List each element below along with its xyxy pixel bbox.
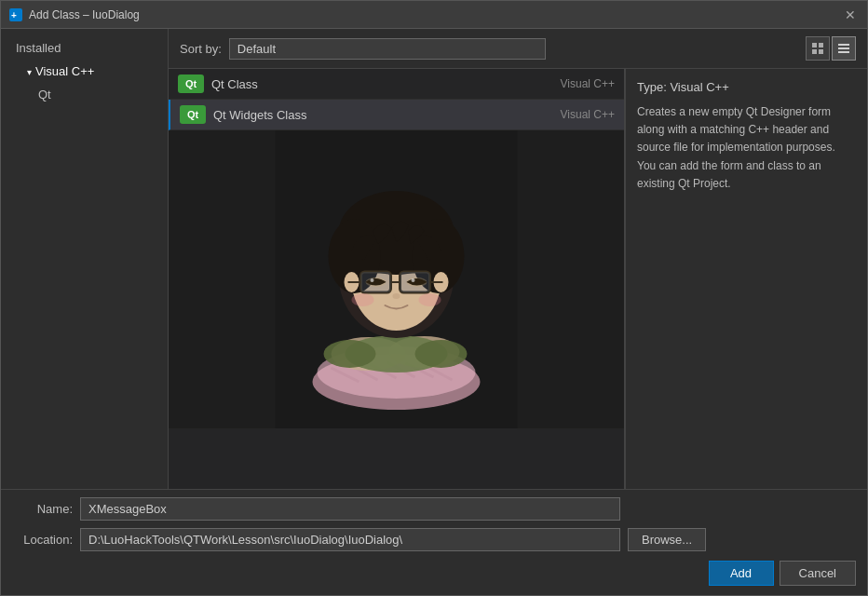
class-name: Qt Class <box>211 77 553 91</box>
svg-rect-3 <box>819 43 823 47</box>
svg-rect-7 <box>838 47 849 49</box>
location-field-row: Location: D:\LuoHackTools\QTWork\Lesson\… <box>12 528 856 551</box>
sidebar-item-installed[interactable]: Installed <box>1 36 168 60</box>
svg-rect-4 <box>812 49 817 54</box>
description-text: Creates a new empty Qt Designer form alo… <box>637 103 837 193</box>
class-lang: Visual C++ <box>561 77 615 90</box>
qt-badge-widgets: Qt <box>180 105 206 124</box>
bottom-bar: Name: Location: D:\LuoHackTools\QTWork\L… <box>1 489 867 595</box>
list-view-button[interactable] <box>832 36 856 61</box>
svg-rect-8 <box>838 51 849 53</box>
description-panel: Type: Visual C++ Creates a new empty Qt … <box>625 69 848 489</box>
svg-rect-6 <box>838 44 849 46</box>
location-label: Location: <box>12 533 73 547</box>
dialog-title: Add Class – IuoDialog <box>29 8 841 21</box>
svg-text:+: + <box>11 10 17 20</box>
type-prefix: Type: <box>637 80 667 94</box>
sidebar: Installed ▾Visual C++ Qt <box>1 29 169 489</box>
svg-point-39 <box>371 278 374 282</box>
sort-bar: Sort by: Default Name Category <box>169 29 867 69</box>
chevron-icon: ▾ <box>27 67 32 77</box>
svg-point-22 <box>415 340 468 368</box>
svg-point-43 <box>352 293 374 306</box>
class-name-widgets: Qt Widgets Class <box>213 108 553 122</box>
dialog-body: Installed ▾Visual C++ Qt Sort by: Defaul… <box>1 29 867 489</box>
preview-area <box>169 130 624 428</box>
sort-label: Sort by: <box>180 42 222 56</box>
name-input[interactable] <box>80 497 620 521</box>
main-area: Sort by: Default Name Category <box>169 29 867 489</box>
sidebar-item-qt[interactable]: Qt <box>1 83 168 106</box>
location-select[interactable]: D:\LuoHackTools\QTWork\Lesson\src\IuoDia… <box>80 528 620 551</box>
sidebar-item-visual-cpp[interactable]: ▾Visual C++ <box>1 60 168 83</box>
class-lang-widgets: Visual C++ <box>561 108 615 121</box>
svg-rect-2 <box>812 43 817 47</box>
name-label: Name: <box>12 502 73 516</box>
svg-point-21 <box>324 340 376 368</box>
grid-view-button[interactable] <box>806 36 830 61</box>
add-class-dialog: + Add Class – IuoDialog ✕ Installed ▾Vis… <box>0 0 868 596</box>
class-item-qt-class[interactable]: Qt Qt Class Visual C++ <box>169 69 624 100</box>
name-field-row: Name: <box>12 497 856 521</box>
svg-rect-5 <box>819 49 823 54</box>
close-button[interactable]: ✕ <box>841 6 860 24</box>
sort-select[interactable]: Default Name Category <box>229 38 546 60</box>
svg-point-42 <box>393 293 400 299</box>
svg-point-41 <box>412 278 415 282</box>
add-button[interactable]: Add <box>709 561 774 586</box>
preview-image <box>169 130 624 428</box>
cancel-button[interactable]: Cancel <box>780 561 856 586</box>
svg-point-44 <box>419 293 441 306</box>
dialog-buttons-row: Add Cancel <box>12 559 856 588</box>
qt-badge: Qt <box>178 74 204 93</box>
content-split: Qt Qt Class Visual C++ Qt Qt Widgets Cla… <box>169 69 867 489</box>
browse-button[interactable]: Browse... <box>628 528 706 551</box>
class-list: Qt Qt Class Visual C++ Qt Qt Widgets Cla… <box>169 69 625 489</box>
view-toggle <box>806 36 856 61</box>
class-item-qt-widgets-class[interactable]: Qt Qt Widgets Class Visual C++ <box>169 100 624 130</box>
title-bar: + Add Class – IuoDialog ✕ <box>1 1 867 29</box>
dialog-icon: + <box>8 7 23 22</box>
type-name: Visual C++ <box>670 80 728 94</box>
type-line: Type: Visual C++ <box>637 80 837 94</box>
